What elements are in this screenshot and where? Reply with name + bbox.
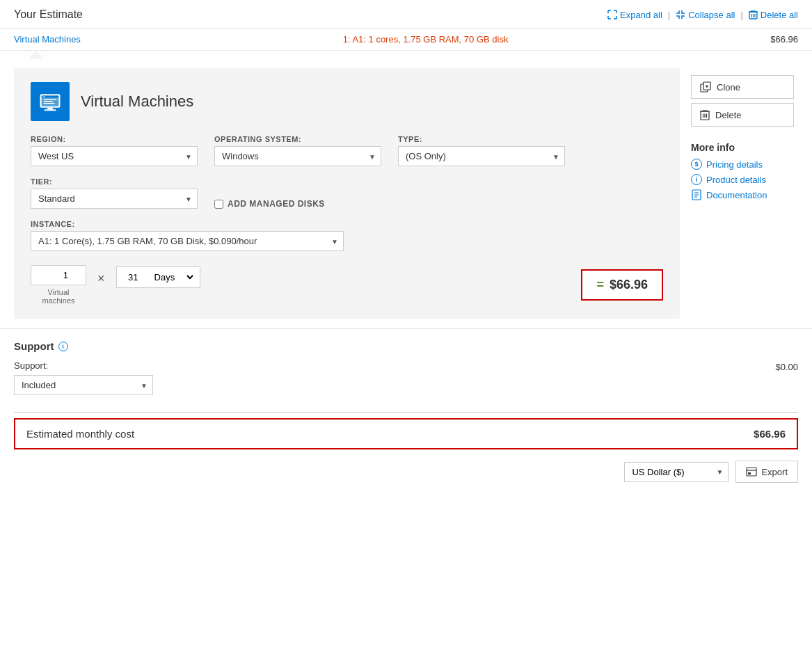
info-icon: i: [691, 174, 702, 185]
svg-rect-9: [47, 108, 53, 110]
multiply-symbol: ×: [97, 271, 105, 286]
delete-icon: [700, 109, 710, 120]
tier-select[interactable]: Standard Basic Premium: [31, 189, 198, 209]
svg-rect-11: [44, 99, 57, 99]
doc-icon: [691, 189, 702, 200]
dollar-icon: $: [691, 159, 702, 170]
tier-label: TIER:: [31, 177, 198, 186]
instance-select[interactable]: A1: 1 Core(s), 1.75 GB RAM, 70 GB Disk, …: [31, 231, 344, 251]
support-select-wrapper: Included Developer Standard Professional…: [14, 375, 153, 395]
managed-disks-checkbox-group: ADD MANAGED DISKS: [214, 199, 325, 209]
support-info-icon: i: [58, 342, 68, 351]
calc-row: Virtualmachines × Days Hours Months: [31, 265, 663, 305]
svg-point-8: [45, 96, 46, 97]
header-actions: Expand all | Collapse all | Delete all: [607, 10, 798, 20]
more-info-section: More info $ Pricing details i Product de…: [691, 142, 798, 205]
os-label: OPERATING SYSTEM:: [214, 135, 381, 143]
estimated-cost-value: $66.96: [754, 428, 786, 440]
footer: US Dollar ($) Euro (€) British Pound (£)…: [0, 455, 812, 488]
equals-symbol: =: [596, 278, 604, 292]
calc-result: = $66.96: [581, 269, 663, 301]
days-unit-select[interactable]: Days Hours Months: [152, 271, 196, 283]
days-group: Days Hours Months: [116, 266, 200, 303]
svg-rect-28: [748, 472, 751, 474]
vm-row-name[interactable]: Virtual Machines: [14, 34, 81, 45]
main-content: Virtual Machines REGION: West US East US…: [0, 61, 812, 326]
separator2: |: [740, 10, 742, 20]
tier-select-wrapper: Standard Basic Premium ▼: [31, 189, 198, 209]
svg-point-7: [42, 96, 44, 97]
region-select-wrapper: West US East US North Europe ▼: [31, 146, 198, 166]
support-title: Support: [14, 340, 54, 352]
clone-icon: [700, 81, 711, 93]
estimated-cost-label: Estimated monthly cost: [26, 428, 134, 440]
currency-wrapper: US Dollar ($) Euro (€) British Pound (£)…: [624, 462, 729, 482]
vm-summary-row: Virtual Machines 1: A1: 1 cores, 1.75 GB…: [0, 29, 812, 51]
os-select-wrapper: Windows Linux ▼: [214, 146, 381, 166]
vm-count-group: Virtualmachines: [31, 265, 86, 305]
export-button[interactable]: Export: [735, 461, 798, 483]
page-wrapper: Your Estimate Expand all | Collapse all …: [0, 0, 812, 654]
expand-arrow: [0, 51, 812, 61]
managed-disks-checkbox[interactable]: [214, 200, 223, 209]
support-price: $0.00: [775, 362, 798, 372]
vm-section-inner: Virtual Machines REGION: West US East US…: [14, 61, 680, 326]
region-select[interactable]: West US East US North Europe: [31, 146, 198, 166]
svg-rect-6: [42, 95, 59, 97]
managed-disks-label[interactable]: ADD MANAGED DISKS: [228, 199, 325, 209]
days-box: Days Hours Months: [116, 266, 200, 288]
right-sidebar: Clone Delete More info $ Pricing details: [680, 68, 798, 326]
vm-card: Virtual Machines REGION: West US East US…: [14, 68, 680, 319]
svg-rect-10: [44, 109, 56, 111]
support-select[interactable]: Included Developer Standard Professional…: [14, 375, 153, 395]
vm-count-input[interactable]: [31, 265, 86, 285]
support-row: Support: Included Developer Standard Pro…: [14, 360, 798, 395]
delete-all-button[interactable]: Delete all: [749, 10, 798, 20]
form-row-3: INSTANCE: A1: 1 Core(s), 1.75 GB RAM, 70…: [31, 220, 663, 251]
page-header: Your Estimate Expand all | Collapse all …: [0, 0, 812, 29]
trash-icon: [749, 10, 758, 19]
tier-group: TIER: Standard Basic Premium ▼: [31, 177, 198, 209]
vm-row-description: 1: A1: 1 cores, 1.75 GB RAM, 70 GB disk: [343, 34, 509, 45]
collapse-icon: [676, 10, 685, 19]
vm-count-label: Virtualmachines: [42, 288, 74, 305]
estimated-cost-row: Estimated monthly cost $66.96: [14, 418, 798, 449]
expand-icon: [607, 10, 617, 19]
delete-button[interactable]: Delete: [691, 103, 794, 127]
pricing-details-label: Pricing details: [706, 159, 763, 170]
product-details-link[interactable]: i Product details: [691, 174, 798, 185]
vm-card-header: Virtual Machines: [31, 82, 663, 121]
svg-rect-13: [44, 103, 55, 104]
calc-result-value: $66.96: [610, 278, 648, 292]
documentation-link[interactable]: Documentation: [691, 189, 798, 200]
pricing-details-link[interactable]: $ Pricing details: [691, 159, 798, 170]
vm-section: Virtual Machines REGION: West US East US…: [14, 61, 680, 326]
export-icon: [746, 466, 757, 477]
instance-select-wrapper: A1: 1 Core(s), 1.75 GB RAM, 70 GB Disk, …: [31, 231, 344, 251]
region-group: REGION: West US East US North Europe ▼: [31, 135, 198, 166]
os-select[interactable]: Windows Linux: [214, 146, 381, 166]
page-title: Your Estimate: [14, 8, 83, 21]
export-label: Export: [761, 467, 788, 477]
form-row-2: TIER: Standard Basic Premium ▼: [31, 177, 663, 209]
type-label: TYPE:: [398, 135, 565, 143]
delete-label: Delete: [715, 110, 742, 120]
vm-card-title: Virtual Machines: [81, 93, 193, 111]
virtual-machine-icon: [38, 89, 63, 114]
svg-rect-12: [44, 101, 53, 102]
clone-button[interactable]: Clone: [691, 75, 794, 99]
documentation-label: Documentation: [706, 190, 767, 200]
clone-label: Clone: [717, 82, 740, 93]
type-select[interactable]: (OS Only) SQL Server Standard: [398, 146, 565, 166]
expand-all-button[interactable]: Expand all: [607, 10, 662, 20]
separator: |: [668, 10, 670, 20]
os-group: OPERATING SYSTEM: Windows Linux ▼: [214, 135, 381, 166]
support-left: Support: Included Developer Standard Pro…: [14, 360, 153, 395]
currency-select[interactable]: US Dollar ($) Euro (€) British Pound (£)…: [624, 462, 729, 482]
type-select-wrapper: (OS Only) SQL Server Standard ▼: [398, 146, 565, 166]
days-input[interactable]: [121, 272, 149, 282]
support-section: Support i Support: Included Developer St…: [0, 328, 812, 406]
collapse-all-button[interactable]: Collapse all: [676, 10, 735, 20]
support-label: Support:: [14, 360, 153, 371]
instance-group: INSTANCE: A1: 1 Core(s), 1.75 GB RAM, 70…: [31, 220, 344, 251]
